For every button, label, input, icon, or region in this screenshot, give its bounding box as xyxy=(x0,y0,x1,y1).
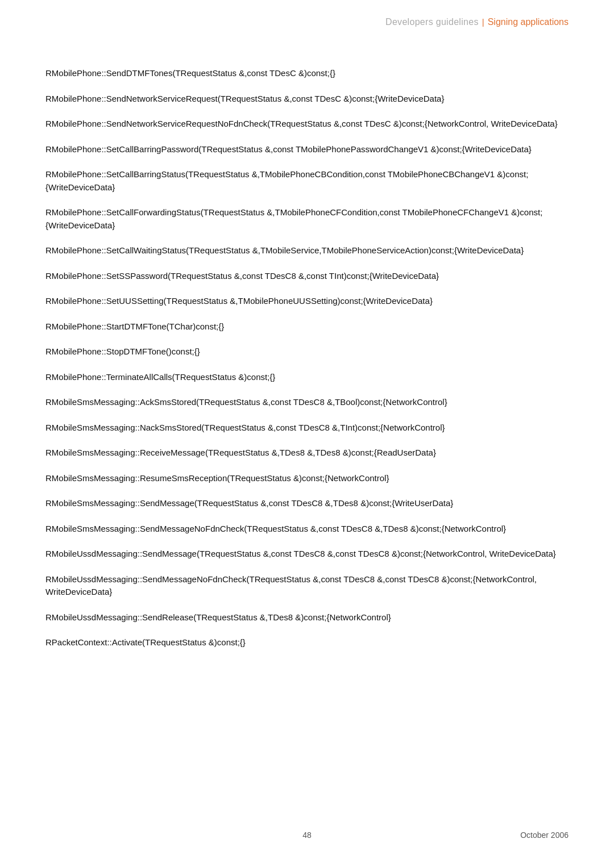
code-entry: RMobileSmsMessaging::SendMessage(TReques… xyxy=(45,497,569,510)
code-entry: RMobilePhone::StopDTMFTone()const;{} xyxy=(45,345,569,358)
header-signing-label: Signing applications xyxy=(488,17,569,27)
code-entry: RMobilePhone::SetCallBarringStatus(TRequ… xyxy=(45,168,569,194)
code-entry: RMobileSmsMessaging::ResumeSmsReception(… xyxy=(45,472,569,485)
code-entry: RMobileUssdMessaging::SendMessage(TReque… xyxy=(45,548,569,561)
code-entry: RMobileSmsMessaging::AckSmsStored(TReque… xyxy=(45,396,569,409)
code-entry: RMobilePhone::SetSSPassword(TRequestStat… xyxy=(45,270,569,283)
code-entry: RMobilePhone::SetUUSSetting(TRequestStat… xyxy=(45,295,569,308)
code-entry: RMobilePhone::SetCallForwardingStatus(TR… xyxy=(45,206,569,232)
code-entry: RMobilePhone::StartDTMFTone(TChar)const;… xyxy=(45,320,569,333)
footer-date: October 2006 xyxy=(394,831,569,840)
page-footer: 48 October 2006 xyxy=(0,831,614,840)
code-entry: RMobilePhone::SendNetworkServiceRequestN… xyxy=(45,118,569,131)
code-entry: RMobileSmsMessaging::ReceiveMessage(TReq… xyxy=(45,446,569,460)
code-entry: RMobilePhone::SetCallBarringPassword(TRe… xyxy=(45,143,569,156)
footer-page-number: 48 xyxy=(220,831,395,840)
code-entry: RMobilePhone::SendDTMFTones(TRequestStat… xyxy=(45,67,569,80)
code-entry: RMobileUssdMessaging::SendRelease(TReque… xyxy=(45,611,569,624)
code-entry: RMobilePhone::TerminateAllCalls(TRequest… xyxy=(45,371,569,384)
header-separator: | xyxy=(482,17,484,27)
code-entry: RMobileSmsMessaging::NackSmsStored(TRequ… xyxy=(45,422,569,435)
page-header: Developers guidelines | Signing applicat… xyxy=(45,0,569,44)
page-container: Developers guidelines | Signing applicat… xyxy=(0,0,614,868)
code-entry: RMobilePhone::SetCallWaitingStatus(TRequ… xyxy=(45,244,569,257)
code-entry: RPacketContext::Activate(TRequestStatus … xyxy=(45,636,569,649)
header-developers-label: Developers guidelines xyxy=(385,17,479,27)
code-entry: RMobileUssdMessaging::SendMessageNoFdnCh… xyxy=(45,573,569,599)
code-entry: RMobilePhone::SendNetworkServiceRequest(… xyxy=(45,93,569,106)
content-area: RMobilePhone::SendDTMFTones(TRequestStat… xyxy=(45,44,569,649)
code-entry: RMobileSmsMessaging::SendMessageNoFdnChe… xyxy=(45,523,569,536)
